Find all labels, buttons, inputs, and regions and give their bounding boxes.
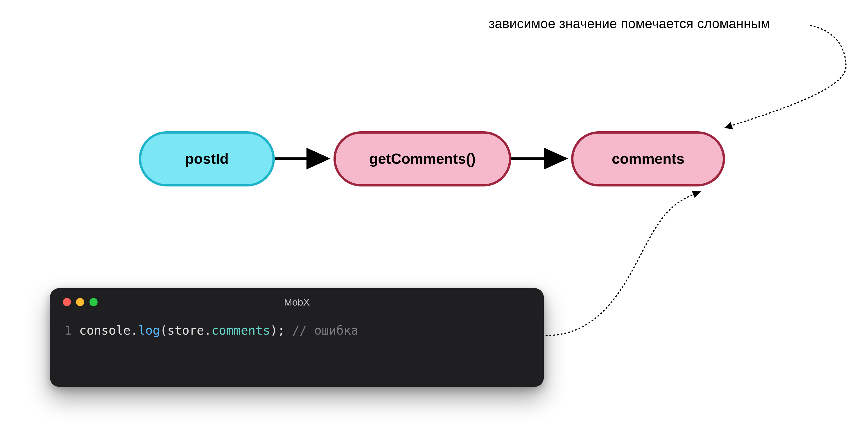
node-getcomments: getComments() — [334, 131, 511, 186]
minimize-icon[interactable] — [76, 298, 84, 306]
token-open-paren: ( — [160, 323, 167, 338]
node-comments: comments — [571, 131, 725, 186]
node-comments-label: comments — [612, 151, 684, 167]
node-getcomments-label: getComments() — [369, 151, 476, 167]
token-dot: . — [131, 323, 138, 338]
zoom-icon[interactable] — [90, 298, 98, 306]
token-close-paren: ) — [270, 323, 277, 338]
window-traffic-lights — [63, 298, 98, 306]
token-comments: comments — [212, 323, 270, 338]
token-space — [285, 323, 292, 338]
token-dot2: . — [204, 323, 212, 338]
close-icon[interactable] — [63, 298, 71, 306]
code-window-title: MobX — [284, 296, 310, 308]
code-titlebar: MobX — [50, 288, 544, 316]
token-comment: // ошибка — [292, 323, 359, 338]
token-semicolon: ; — [277, 323, 285, 338]
node-postid: postId — [139, 131, 275, 186]
token-store: store — [167, 323, 204, 338]
dotted-arrow-bottom — [546, 192, 700, 336]
token-console: console — [79, 323, 131, 338]
code-body: 1 console.log(store.comments); // ошибка — [50, 316, 544, 357]
dotted-arrow-top — [725, 26, 846, 128]
node-postid-label: postId — [185, 151, 228, 167]
diagram-canvas: зависимое значение помечается сломанным … — [0, 0, 868, 438]
token-log: log — [138, 323, 160, 338]
line-number: 1 — [64, 323, 72, 338]
code-window: MobX 1 console.log(store.comments); // о… — [50, 288, 544, 387]
